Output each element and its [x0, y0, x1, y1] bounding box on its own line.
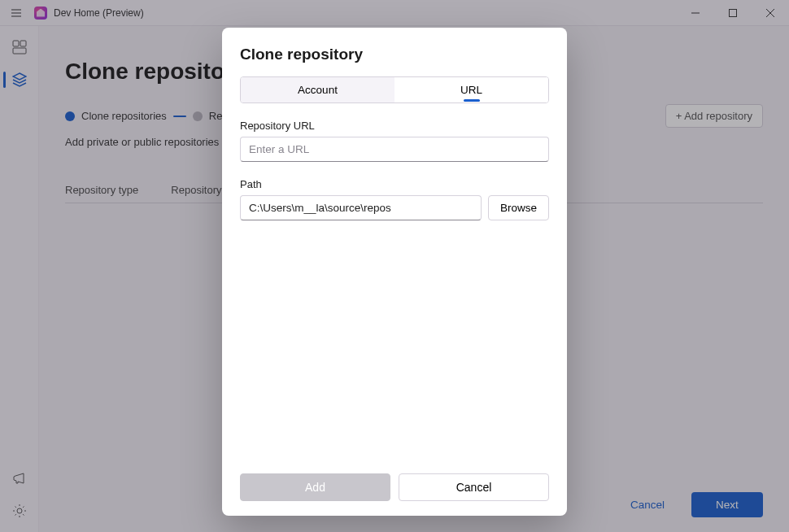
tab-segmented-control: Account URL — [240, 76, 549, 103]
modal-overlay: Clone repository Account URL Repository … — [0, 0, 789, 532]
clone-repository-dialog: Clone repository Account URL Repository … — [222, 28, 567, 516]
tab-url[interactable]: URL — [394, 77, 548, 102]
repository-url-input[interactable] — [240, 137, 549, 162]
dialog-cancel-button[interactable]: Cancel — [399, 473, 549, 501]
path-label: Path — [240, 178, 549, 190]
dialog-add-button[interactable]: Add — [240, 473, 390, 501]
dialog-title: Clone repository — [240, 46, 549, 63]
url-label: Repository URL — [240, 120, 549, 132]
tab-account[interactable]: Account — [241, 77, 394, 102]
browse-button[interactable]: Browse — [488, 195, 549, 220]
path-input[interactable] — [240, 195, 482, 220]
